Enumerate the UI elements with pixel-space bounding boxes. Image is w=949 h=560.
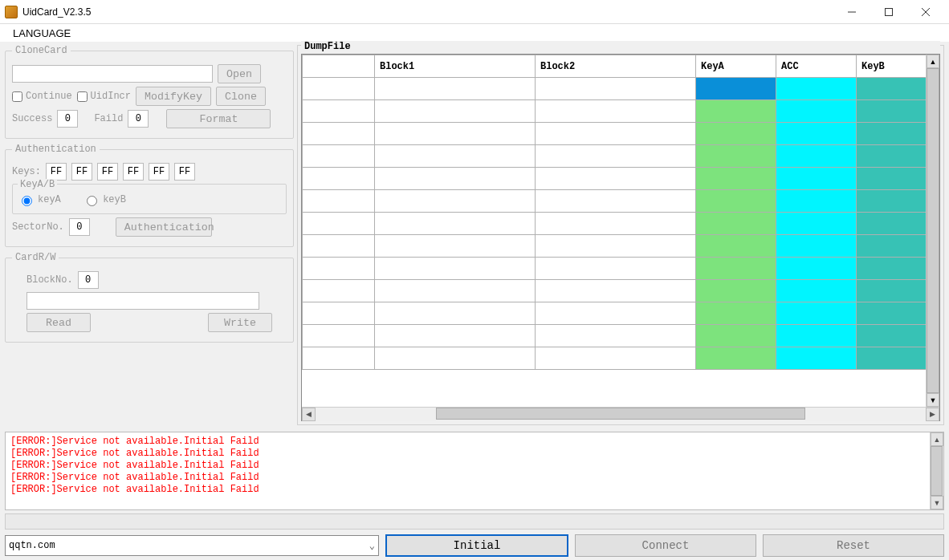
authentication-button[interactable]: Authentication — [116, 217, 212, 237]
table-cell[interactable] — [536, 302, 696, 325]
table-cell[interactable] — [696, 213, 776, 235]
table-row[interactable] — [303, 258, 927, 280]
table-cell[interactable] — [536, 123, 696, 145]
table-cell[interactable] — [776, 190, 857, 213]
table-cell[interactable] — [303, 168, 375, 190]
table-cell[interactable] — [857, 78, 927, 100]
table-row[interactable] — [303, 280, 927, 302]
table-cell[interactable] — [696, 258, 776, 280]
table-cell[interactable] — [857, 280, 927, 302]
table-cell[interactable] — [696, 190, 776, 213]
table-cell[interactable] — [696, 123, 776, 145]
table-cell[interactable] — [375, 78, 536, 100]
table-cell[interactable] — [536, 258, 696, 280]
table-cell[interactable] — [536, 280, 696, 302]
table-cell[interactable] — [857, 145, 927, 168]
table-cell[interactable] — [303, 100, 375, 123]
table-cell[interactable] — [303, 213, 375, 235]
table-cell[interactable] — [696, 325, 776, 347]
table-cell[interactable] — [303, 347, 375, 370]
table-cell[interactable] — [375, 213, 536, 235]
table-cell[interactable] — [696, 302, 776, 325]
close-button[interactable] — [907, 0, 944, 24]
connect-button[interactable]: Connect — [575, 534, 756, 557]
table-cell[interactable] — [857, 213, 927, 235]
faild-value[interactable] — [128, 110, 149, 128]
table-cell[interactable] — [536, 325, 696, 347]
dump-header[interactable] — [303, 55, 375, 78]
table-cell[interactable] — [375, 235, 536, 258]
table-row[interactable] — [303, 302, 927, 325]
log-vertical-scrollbar[interactable]: ▲ ▼ — [930, 432, 943, 509]
dump-header[interactable]: Block1 — [375, 55, 536, 78]
minimize-button[interactable] — [833, 0, 870, 24]
reset-button[interactable]: Reset — [763, 534, 944, 557]
dump-header[interactable]: ACC — [776, 55, 857, 78]
dump-horizontal-scrollbar[interactable]: ◀ ▶ — [302, 407, 939, 420]
dump-vertical-scrollbar[interactable]: ▲ ▼ — [926, 55, 939, 407]
table-cell[interactable] — [303, 190, 375, 213]
table-cell[interactable] — [776, 280, 857, 302]
table-cell[interactable] — [776, 213, 857, 235]
table-cell[interactable] — [776, 347, 857, 370]
clonecard-file-input[interactable] — [12, 65, 213, 83]
hscroll-right-arrow[interactable]: ▶ — [926, 408, 939, 421]
table-cell[interactable] — [536, 100, 696, 123]
table-cell[interactable] — [776, 168, 857, 190]
table-row[interactable] — [303, 213, 927, 235]
sectorno-value[interactable] — [69, 218, 90, 236]
table-cell[interactable] — [303, 302, 375, 325]
table-cell[interactable] — [536, 190, 696, 213]
table-row[interactable] — [303, 145, 927, 168]
table-cell[interactable] — [857, 100, 927, 123]
table-row[interactable] — [303, 123, 927, 145]
table-row[interactable] — [303, 347, 927, 370]
table-cell[interactable] — [857, 235, 927, 258]
port-combo[interactable]: qqtn.com ⌄ — [5, 535, 379, 556]
table-cell[interactable] — [776, 302, 857, 325]
table-cell[interactable] — [857, 258, 927, 280]
blockno-value[interactable] — [78, 271, 99, 289]
table-cell[interactable] — [375, 145, 536, 168]
table-cell[interactable] — [536, 145, 696, 168]
clone-button[interactable]: Clone — [216, 87, 266, 106]
open-button[interactable]: Open — [218, 64, 261, 83]
keyb-radio[interactable]: keyB — [83, 193, 126, 206]
table-cell[interactable] — [536, 347, 696, 370]
uidincr-checkbox[interactable]: UidIncr — [77, 91, 131, 102]
log-text[interactable]: [ERROR:]Service not available.Initial Fa… — [6, 432, 930, 509]
keya-radio[interactable]: keyA — [18, 193, 61, 206]
key-3[interactable] — [123, 163, 144, 181]
table-cell[interactable] — [776, 235, 857, 258]
table-cell[interactable] — [776, 123, 857, 145]
table-cell[interactable] — [303, 78, 375, 100]
table-cell[interactable] — [857, 168, 927, 190]
log-scroll-up[interactable]: ▲ — [931, 432, 943, 446]
table-row[interactable] — [303, 100, 927, 123]
key-1[interactable] — [71, 163, 92, 181]
table-cell[interactable] — [303, 145, 375, 168]
table-cell[interactable] — [776, 78, 857, 100]
table-row[interactable] — [303, 325, 927, 347]
cardrw-data-input[interactable] — [26, 292, 259, 310]
table-row[interactable] — [303, 190, 927, 213]
continue-checkbox[interactable]: Continue — [12, 91, 72, 102]
table-cell[interactable] — [375, 123, 536, 145]
table-cell[interactable] — [696, 347, 776, 370]
modifykey-button[interactable]: ModifyKey — [136, 87, 211, 106]
table-cell[interactable] — [375, 190, 536, 213]
read-button[interactable]: Read — [26, 313, 91, 332]
table-cell[interactable] — [776, 258, 857, 280]
hscroll-left-arrow[interactable]: ◀ — [302, 408, 316, 421]
table-cell[interactable] — [375, 325, 536, 347]
table-cell[interactable] — [696, 100, 776, 123]
table-cell[interactable] — [536, 168, 696, 190]
table-cell[interactable] — [536, 235, 696, 258]
table-cell[interactable] — [375, 100, 536, 123]
write-button[interactable]: Write — [208, 313, 272, 332]
key-5[interactable] — [174, 163, 195, 181]
dump-grid[interactable]: Block1Block2KeyAACCKeyB — [302, 55, 926, 407]
table-cell[interactable] — [776, 325, 857, 347]
dump-header[interactable]: KeyB — [857, 55, 927, 78]
table-row[interactable] — [303, 235, 927, 258]
